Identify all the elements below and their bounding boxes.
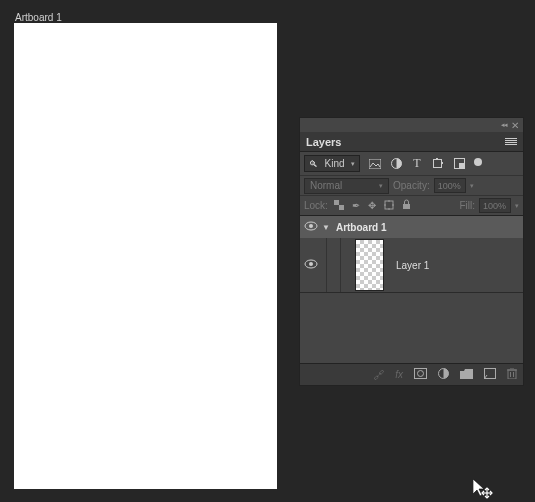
svg-rect-0 [369,159,381,169]
new-adjustment-icon[interactable] [438,368,449,381]
svg-point-16 [309,224,313,228]
layer-name: Layer 1 [396,260,429,271]
canvas-artboard[interactable] [14,23,277,489]
visibility-toggle-icon[interactable] [304,221,316,233]
svg-point-20 [418,371,424,377]
fill-caret-icon[interactable]: ▾ [515,202,519,210]
svg-rect-3 [436,158,438,160]
opacity-value: 100% [438,181,461,191]
filter-adjustment-icon[interactable] [390,158,402,170]
lock-all-icon[interactable] [402,199,411,212]
filter-shape-icon[interactable] [432,158,444,170]
delete-layer-icon[interactable] [507,368,517,381]
search-icon: 🔍︎ [309,159,318,169]
filter-type-icon[interactable]: T [411,158,423,170]
disclosure-open-icon[interactable]: ▼ [322,223,330,232]
svg-point-18 [309,262,313,266]
svg-rect-4 [441,162,443,164]
artboard-label: Artboard 1 [15,12,62,23]
panel-chrome: ◂◂ ✕ [300,118,523,132]
layer-tree-empty [300,292,523,362]
svg-rect-7 [334,200,339,205]
panel-menu-button[interactable] [505,138,517,145]
filter-kind-dropdown[interactable]: 🔍︎ Kind ▾ [304,155,360,172]
cursor-pointer-move [473,479,495,501]
opacity-label: Opacity: [393,180,430,191]
lock-transparent-icon[interactable] [334,200,344,212]
blend-mode-value: Normal [310,180,342,191]
opacity-caret-icon[interactable]: ▾ [470,182,474,190]
layer-thumbnail[interactable] [355,239,384,291]
lock-label: Lock: [304,200,328,211]
new-layer-icon[interactable] [484,368,496,381]
layers-panel: ◂◂ ✕ Layers 🔍︎ Kind ▾ T [299,117,524,386]
close-panel-icon[interactable]: ✕ [511,120,519,131]
blend-mode-dropdown[interactable]: Normal ▾ [304,178,389,194]
filter-kind-label: Kind [324,158,344,169]
svg-rect-23 [508,370,516,379]
panel-title-bar: Layers [300,132,523,152]
filter-toggle-switch[interactable] [474,158,482,166]
fill-value: 100% [483,201,506,211]
blend-mode-row: Normal ▾ Opacity: 100% ▾ [300,176,523,196]
visibility-toggle-icon[interactable] [304,259,316,271]
collapse-panel-icon[interactable]: ◂◂ [501,121,507,129]
svg-rect-14 [403,204,410,209]
layer-row[interactable]: Layer 1 [300,238,523,292]
layer-tree: ▼ Artboard 1 Layer 1 [300,216,523,363]
fill-label: Fill: [459,200,475,211]
filter-pixel-icon[interactable] [369,158,381,170]
lock-position-icon[interactable]: ✥ [368,200,376,211]
panel-title: Layers [306,136,341,148]
lock-artboard-icon[interactable] [384,200,394,212]
layer-fx-icon[interactable]: fx [395,369,403,380]
lock-row: Lock: ✒︎ ✥ Fill: 100% ▾ [300,196,523,216]
layer-filter-row: 🔍︎ Kind ▾ T [300,152,523,176]
svg-rect-6 [459,163,464,168]
lock-pixels-icon[interactable]: ✒︎ [352,200,360,211]
add-mask-icon[interactable] [414,368,427,381]
dropdown-caret-icon: ▾ [351,160,355,168]
fill-field[interactable]: 100% [479,198,511,213]
filter-smartobject-icon[interactable] [453,158,465,170]
dropdown-caret-icon: ▾ [379,182,383,190]
svg-rect-8 [339,205,344,210]
link-layers-icon[interactable]: 🔗︎ [373,369,384,381]
new-group-icon[interactable] [460,369,473,381]
artboard-name: Artboard 1 [336,222,387,233]
layer-indent [326,238,341,292]
svg-rect-9 [385,201,393,209]
layers-panel-footer: 🔗︎ fx [300,363,523,385]
svg-rect-2 [433,160,441,168]
artboard-row[interactable]: ▼ Artboard 1 [300,216,523,238]
opacity-field[interactable]: 100% [434,178,466,193]
